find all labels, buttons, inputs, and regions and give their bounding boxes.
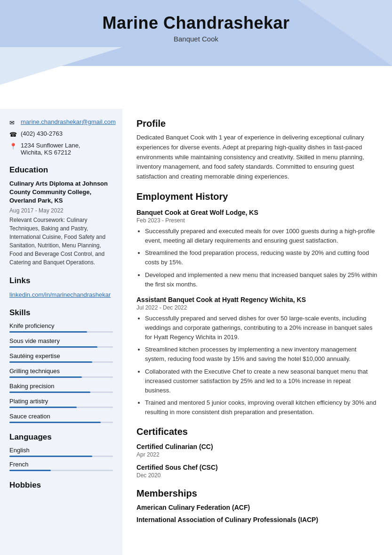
- language-bar-bg: [9, 456, 113, 457]
- job-entry: Assistant Banquet Cook at Hyatt Regency …: [136, 296, 378, 417]
- sidebar: ✉ marine.chandrashekar@gmail.com ☎ (402)…: [0, 109, 122, 555]
- contact-address-item: 📍 1234 Sunflower Lane, Wichita, KS 67212: [9, 142, 113, 156]
- header: Marine Chandrashekar Banquet Cook: [0, 0, 392, 43]
- certificate-entry: Certified Culinarian (CC) Apr 2022: [136, 443, 378, 458]
- skill-name: Grilling techniques: [9, 367, 113, 375]
- skills-section-title: Skills: [9, 308, 113, 318]
- job-title: Assistant Banquet Cook at Hyatt Regency …: [136, 296, 378, 303]
- memberships-list: American Culinary Federation (ACF)Intern…: [136, 504, 378, 523]
- skill-item: Baking precision: [9, 383, 113, 393]
- email-link[interactable]: marine.chandrashekar@gmail.com: [21, 118, 116, 125]
- cert-date: Dec 2020: [136, 472, 378, 479]
- skill-bar-fill: [9, 392, 90, 393]
- skill-item: Knife proficiency: [9, 322, 113, 333]
- skill-item: Sautéing expertise: [9, 352, 113, 363]
- skill-bar-bg: [9, 331, 113, 333]
- job-bullet: Collaborated with the Executive Chef to …: [145, 367, 378, 395]
- job-entry: Banquet Cook at Great Wolf Lodge, KS Feb…: [136, 209, 378, 289]
- content-area: ✉ marine.chandrashekar@gmail.com ☎ (402)…: [0, 109, 392, 555]
- job-title: Banquet Cook at Great Wolf Lodge, KS: [136, 209, 378, 216]
- certificate-entry: Certified Sous Chef (CSC) Dec 2020: [136, 464, 378, 479]
- job-bullet: Successfully prepared and served dishes …: [145, 314, 378, 342]
- skill-name: Sous vide mastery: [9, 337, 113, 344]
- skill-item: Grilling techniques: [9, 367, 113, 378]
- hobbies-section-title: Hobbies: [9, 481, 113, 490]
- membership-item: International Association of Culinary Pr…: [136, 516, 378, 523]
- skill-bar-fill: [9, 346, 97, 348]
- contact-phone-item: ☎ (402) 430-2763: [9, 130, 113, 139]
- skill-bar-bg: [9, 422, 113, 423]
- education-section-title: Education: [9, 165, 113, 175]
- certificates-section-title: Certificates: [136, 426, 378, 437]
- email-icon: ✉: [9, 119, 17, 127]
- skill-name: Plating artistry: [9, 398, 113, 405]
- skill-bar-bg: [9, 346, 113, 348]
- job-bullet: Streamlined the food preparation process…: [145, 248, 378, 267]
- job-date: Feb 2023 - Present: [136, 217, 378, 224]
- job-bullets: Successfully prepared and executed meals…: [136, 227, 378, 289]
- job-bullet: Streamlined kitchen processes by impleme…: [145, 345, 378, 364]
- skill-name: Sauce creation: [9, 413, 113, 420]
- address-text: 1234 Sunflower Lane, Wichita, KS 67212: [21, 142, 80, 156]
- profile-section-title: Profile: [136, 118, 378, 129]
- skill-item: Sous vide mastery: [9, 337, 113, 348]
- cert-date: Apr 2022: [136, 451, 378, 458]
- languages-list: English French: [9, 447, 113, 471]
- skill-item: Plating artistry: [9, 398, 113, 408]
- language-bar-fill: [9, 456, 92, 457]
- job-date: Jul 2022 - Dec 2022: [136, 304, 378, 311]
- job-bullets: Successfully prepared and served dishes …: [136, 314, 378, 417]
- skill-bar-fill: [9, 331, 87, 333]
- employment-section-title: Employment History: [136, 191, 378, 202]
- linkedin-link[interactable]: linkedin.com/in/marinechandrashekar: [9, 291, 111, 298]
- edu-date: Aug 2017 - May 2022: [9, 207, 113, 214]
- candidate-title: Banquet Cook: [0, 35, 392, 43]
- contact-email-item: ✉ marine.chandrashekar@gmail.com: [9, 118, 113, 127]
- skill-name: Knife proficiency: [9, 322, 113, 329]
- phone-icon: ☎: [9, 131, 17, 139]
- links-section-title: Links: [9, 276, 113, 286]
- sidebar-decoration: [0, 47, 122, 85]
- job-bullet: Successfully prepared and executed meals…: [145, 227, 378, 245]
- main-content: Profile Dedicated Banquet Cook with 1 ye…: [122, 109, 392, 555]
- edu-coursework: Relevant Coursework: Culinary Techniques…: [9, 216, 113, 267]
- skill-bar-fill: [9, 407, 77, 408]
- skill-bar-bg: [9, 361, 113, 363]
- skill-bar-bg: [9, 407, 113, 408]
- language-name: English: [9, 447, 113, 454]
- candidate-name: Marine Chandrashekar: [0, 13, 392, 33]
- resume-page: Marine Chandrashekar Banquet Cook ✉ mari…: [0, 0, 392, 555]
- skill-bar-fill: [9, 361, 92, 363]
- skill-name: Baking precision: [9, 383, 113, 390]
- skill-bar-bg: [9, 392, 113, 393]
- language-bar-bg: [9, 470, 113, 471]
- language-item: English: [9, 447, 113, 457]
- phone-text: (402) 430-2763: [21, 130, 63, 137]
- skill-bar-fill: [9, 376, 82, 378]
- profile-text: Dedicated Banquet Cook with 1 year of ex…: [136, 133, 378, 182]
- memberships-section-title: Memberships: [136, 488, 378, 499]
- cert-title: Certified Sous Chef (CSC): [136, 464, 378, 471]
- skill-item: Sauce creation: [9, 413, 113, 423]
- language-bar-fill: [9, 470, 51, 471]
- skills-list: Knife proficiency Sous vide mastery Saut…: [9, 322, 113, 423]
- skill-name: Sautéing expertise: [9, 352, 113, 359]
- membership-item: American Culinary Federation (ACF): [136, 504, 378, 511]
- edu-degree: Culinary Arts Diploma at Johnson County …: [9, 180, 113, 205]
- skill-bar-fill: [9, 422, 101, 423]
- certificates-list: Certified Culinarian (CC) Apr 2022 Certi…: [136, 443, 378, 479]
- skill-bar-bg: [9, 376, 113, 378]
- language-name: French: [9, 461, 113, 468]
- languages-section-title: Languages: [9, 433, 113, 442]
- job-bullet: Trained and mentored 5 junior cooks, imp…: [145, 398, 378, 417]
- job-bullet: Developed and implemented a new menu tha…: [145, 270, 378, 289]
- language-item: French: [9, 461, 113, 471]
- cert-title: Certified Culinarian (CC): [136, 443, 378, 450]
- location-icon: 📍: [9, 143, 17, 150]
- employment-list: Banquet Cook at Great Wolf Lodge, KS Feb…: [136, 209, 378, 417]
